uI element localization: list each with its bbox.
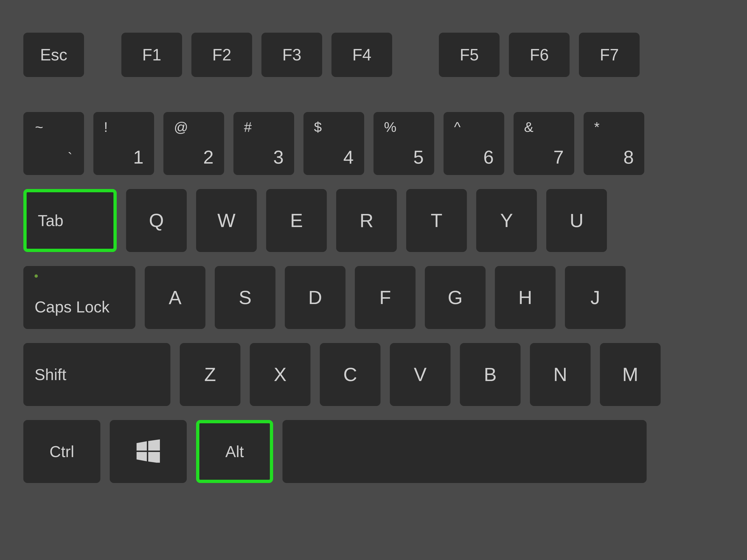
e-key[interactable]: E xyxy=(266,189,327,252)
num-3-bottom: 3 xyxy=(273,146,284,168)
t-key[interactable]: T xyxy=(406,189,467,252)
tab-key[interactable]: Tab xyxy=(23,189,117,252)
a-label: A xyxy=(169,287,182,309)
f-label: F xyxy=(379,287,391,309)
d-key[interactable]: D xyxy=(285,266,345,329)
shift-label: Shift xyxy=(34,365,66,383)
num-2-key[interactable]: @ 2 xyxy=(163,112,224,175)
b-label: B xyxy=(484,364,497,385)
tilde-top-label: ~ xyxy=(35,119,43,135)
svg-marker-2 xyxy=(136,452,147,461)
num-8-key[interactable]: * 8 xyxy=(584,112,644,175)
svg-marker-1 xyxy=(148,439,160,451)
a-key[interactable]: A xyxy=(145,266,205,329)
num-7-top: & xyxy=(524,119,534,135)
svg-marker-0 xyxy=(136,441,147,451)
svg-marker-3 xyxy=(148,452,160,463)
num-1-top: ! xyxy=(104,119,108,135)
num-6-bottom: 6 xyxy=(484,146,494,168)
windows-key[interactable] xyxy=(110,420,187,483)
windows-icon xyxy=(136,439,160,464)
num-7-bottom: 7 xyxy=(553,146,564,168)
num-2-bottom: 2 xyxy=(203,146,214,168)
m-key[interactable]: M xyxy=(600,343,661,406)
f1-key[interactable]: F1 xyxy=(121,33,182,77)
f4-label: F4 xyxy=(352,46,371,64)
s-key[interactable]: S xyxy=(215,266,276,329)
num-6-top: ^ xyxy=(454,119,461,135)
d-label: D xyxy=(308,287,322,309)
w-key[interactable]: W xyxy=(196,189,257,252)
num-5-bottom: 5 xyxy=(413,146,424,168)
g-key[interactable]: G xyxy=(425,266,486,329)
u-label: U xyxy=(570,210,583,232)
j-label: J xyxy=(591,287,600,309)
n-key[interactable]: N xyxy=(530,343,591,406)
h-key[interactable]: H xyxy=(495,266,556,329)
f7-key[interactable]: F7 xyxy=(579,33,640,77)
num-5-key[interactable]: % 5 xyxy=(374,112,434,175)
f3-key[interactable]: F3 xyxy=(261,33,322,77)
caps-lock-led-icon xyxy=(34,274,38,278)
num-1-key[interactable]: ! 1 xyxy=(93,112,154,175)
tilde-bottom-label: ` xyxy=(68,150,72,166)
w-label: W xyxy=(217,210,235,232)
num-4-bottom: 4 xyxy=(343,146,354,168)
num-4-top: $ xyxy=(314,119,322,135)
t-label: T xyxy=(431,210,442,232)
f7-label: F7 xyxy=(600,46,619,64)
spacebar-key[interactable] xyxy=(282,420,647,483)
f6-label: F6 xyxy=(530,46,549,64)
ctrl-label: Ctrl xyxy=(50,443,74,461)
num-7-key[interactable]: & 7 xyxy=(514,112,574,175)
num-5-top: % xyxy=(384,119,396,135)
num-3-key[interactable]: # 3 xyxy=(233,112,294,175)
tilde-key[interactable]: ~ ` xyxy=(23,112,84,175)
f4-key[interactable]: F4 xyxy=(332,33,392,77)
num-6-key[interactable]: ^ 6 xyxy=(443,112,504,175)
num-4-key[interactable]: $ 4 xyxy=(304,112,364,175)
num-8-top: * xyxy=(594,119,599,135)
c-key[interactable]: C xyxy=(320,343,381,406)
alt-label: Alt xyxy=(225,443,244,461)
u-key[interactable]: U xyxy=(546,189,607,252)
r-key[interactable]: R xyxy=(336,189,397,252)
f-key[interactable]: F xyxy=(355,266,415,329)
ctrl-key[interactable]: Ctrl xyxy=(23,420,100,483)
y-label: Y xyxy=(500,210,513,232)
f6-key[interactable]: F6 xyxy=(509,33,570,77)
v-key[interactable]: V xyxy=(390,343,450,406)
f5-key[interactable]: F5 xyxy=(439,33,499,77)
f1-label: F1 xyxy=(142,46,161,64)
shift-key[interactable]: Shift xyxy=(23,343,171,406)
g-label: G xyxy=(448,287,463,309)
e-label: E xyxy=(290,210,303,232)
f3-label: F3 xyxy=(282,46,301,64)
q-key[interactable]: Q xyxy=(126,189,187,252)
x-key[interactable]: X xyxy=(250,343,310,406)
tab-label: Tab xyxy=(38,211,63,230)
keyboard: Esc F1 F2 F3 F4 F5 F6 F7 ~ ` ! 1 @ 2 # 3… xyxy=(0,0,747,560)
f2-label: F2 xyxy=(212,46,231,64)
n-label: N xyxy=(553,364,567,385)
f5-label: F5 xyxy=(460,46,479,64)
esc-label: Esc xyxy=(40,46,68,64)
num-1-bottom: 1 xyxy=(133,146,144,168)
h-label: H xyxy=(518,287,532,309)
c-label: C xyxy=(343,364,357,385)
x-label: X xyxy=(274,364,287,385)
alt-key[interactable]: Alt xyxy=(196,420,273,483)
b-key[interactable]: B xyxy=(460,343,520,406)
v-label: V xyxy=(414,364,427,385)
f2-key[interactable]: F2 xyxy=(191,33,252,77)
esc-key[interactable]: Esc xyxy=(23,33,84,77)
m-label: M xyxy=(622,364,638,385)
caps-lock-key[interactable]: Caps Lock xyxy=(23,266,135,329)
r-label: R xyxy=(360,210,373,232)
num-8-bottom: 8 xyxy=(623,146,634,168)
z-key[interactable]: Z xyxy=(180,343,240,406)
num-2-top: @ xyxy=(174,119,188,135)
j-key[interactable]: J xyxy=(565,266,626,329)
y-key[interactable]: Y xyxy=(476,189,537,252)
q-label: Q xyxy=(149,210,164,232)
